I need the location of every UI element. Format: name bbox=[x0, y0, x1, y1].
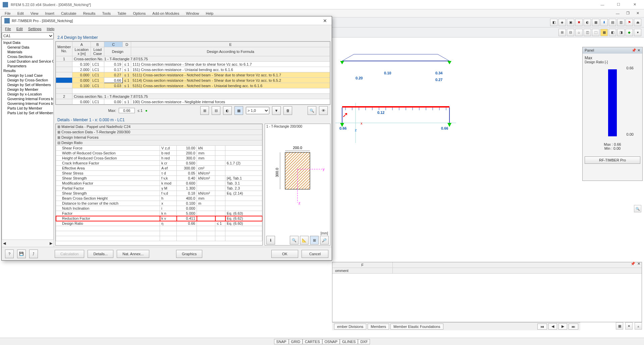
tree-item[interactable]: Design by Member bbox=[3, 87, 53, 92]
status-icon[interactable]: ✦ bbox=[625, 322, 633, 330]
nav-prev-icon[interactable]: ◀ bbox=[548, 323, 557, 330]
case-select[interactable]: CA1 bbox=[2, 32, 54, 39]
tree-item[interactable]: Parts List by Set of Members bbox=[3, 111, 53, 115]
tree-item[interactable]: Cross-Sections bbox=[3, 54, 53, 59]
tree-item[interactable]: Parameters bbox=[3, 64, 53, 68]
view-icon[interactable]: ◐ bbox=[223, 106, 232, 115]
menu-results[interactable]: Results bbox=[80, 10, 99, 16]
tool-icon[interactable]: ◫ bbox=[584, 29, 591, 36]
status-icon[interactable]: ⟁ bbox=[635, 322, 642, 330]
tool-icon[interactable]: ▣ bbox=[567, 19, 574, 26]
tool-icon[interactable]: ◆ bbox=[626, 29, 633, 36]
view-icon[interactable]: ⊟ bbox=[212, 106, 220, 115]
tree-item[interactable]: Design by Set of Members bbox=[3, 82, 53, 87]
nav-tree[interactable]: Input Data General Data Materials Cross-… bbox=[2, 39, 54, 240]
tool-icon[interactable]: ▥ bbox=[617, 19, 625, 26]
menu-file[interactable]: File bbox=[1, 10, 14, 16]
menu-tools[interactable]: Tools bbox=[99, 10, 114, 16]
status-icon[interactable]: ▦ bbox=[616, 322, 623, 330]
tree-item[interactable]: Design by Load Case bbox=[3, 73, 53, 78]
tool-icon[interactable]: ◧ bbox=[550, 19, 557, 26]
tool-icon[interactable]: ◨ bbox=[617, 29, 625, 36]
tool-icon[interactable]: ▦ bbox=[600, 29, 608, 36]
tree-results[interactable]: Results bbox=[3, 68, 53, 73]
eye-icon[interactable]: 👁 bbox=[319, 106, 328, 115]
tool-icon[interactable]: ◐ bbox=[584, 19, 591, 26]
tool-icon[interactable]: ▦ bbox=[592, 19, 599, 26]
ok-button[interactable]: OK bbox=[271, 250, 298, 258]
nat-annex-button[interactable]: Nat. Annex... bbox=[117, 250, 149, 258]
view-icon[interactable]: ⊞ bbox=[200, 106, 209, 115]
module-button[interactable]: RF-TIMBER Pro bbox=[585, 156, 640, 164]
status-osnap[interactable]: OSNAP bbox=[322, 339, 340, 344]
view-icon[interactable]: ▦ bbox=[234, 106, 243, 115]
tree-item[interactable]: Governing Internal Forces by bbox=[3, 96, 53, 101]
menu-table[interactable]: Table bbox=[114, 10, 129, 16]
dmenu-file[interactable]: File bbox=[3, 26, 13, 31]
dmenu-help[interactable]: Help bbox=[45, 26, 56, 31]
menu-help[interactable]: Help bbox=[203, 10, 217, 16]
status-cartes[interactable]: CARTES bbox=[303, 339, 322, 344]
menu-calculate[interactable]: Calculate bbox=[58, 10, 80, 16]
tool-icon[interactable]: ⬚ bbox=[592, 29, 599, 36]
tool-icon[interactable]: ⊞ bbox=[558, 29, 566, 36]
view-icon[interactable]: ⊞ bbox=[310, 236, 319, 245]
menu-window[interactable]: Window bbox=[182, 10, 202, 16]
dmenu-edit[interactable]: Edit bbox=[14, 26, 25, 31]
save-icon[interactable]: 💾 bbox=[17, 250, 26, 258]
mdi-minimize-icon[interactable]: — bbox=[612, 10, 623, 16]
status-grid[interactable]: GRID bbox=[289, 339, 303, 344]
tree-input[interactable]: Input Data bbox=[3, 40, 53, 45]
tool-icon[interactable]: ⬇ bbox=[600, 19, 608, 26]
cancel-button[interactable]: Cancel bbox=[302, 250, 328, 258]
details-grid[interactable]: ⊞ Material Data - Pappel und Nadelholz C… bbox=[55, 124, 263, 246]
tree-item[interactable]: Governing Internal Forces by bbox=[3, 101, 53, 106]
info-icon[interactable]: ℹ bbox=[266, 236, 275, 245]
tree-item[interactable]: Load Duration and Service Cl bbox=[3, 59, 53, 64]
tree-item[interactable]: Design by x-Location bbox=[3, 92, 53, 96]
status-snap[interactable]: SNAP bbox=[274, 339, 289, 344]
maximize-icon[interactable]: ☐ bbox=[612, 1, 625, 8]
tab-members[interactable]: Members bbox=[368, 324, 389, 330]
status-dxf[interactable]: DXF bbox=[358, 339, 370, 344]
filter-select[interactable]: > 1,0 bbox=[246, 107, 269, 114]
menu-view[interactable]: View bbox=[27, 10, 42, 16]
close-icon[interactable]: ✕ bbox=[628, 1, 641, 8]
menu-addon[interactable]: Add-on Modules bbox=[149, 10, 182, 16]
nav-last-icon[interactable]: ⏭ bbox=[569, 324, 578, 330]
filter-icon[interactable]: 🗑 bbox=[283, 106, 292, 115]
menu-options[interactable]: Options bbox=[129, 10, 149, 16]
status-glines[interactable]: GLINES bbox=[340, 339, 358, 344]
help-icon[interactable]: ? bbox=[5, 250, 14, 258]
tool-icon[interactable]: ◧ bbox=[609, 29, 616, 36]
tool-icon[interactable]: ◈ bbox=[558, 19, 566, 26]
mdi-close-icon[interactable]: ✕ bbox=[633, 10, 643, 16]
tree-item[interactable]: Parts List by Member bbox=[3, 106, 53, 111]
design-grid[interactable]: MemberNo.ABCDE Locationx [m]LoadCaseDesi… bbox=[55, 41, 330, 105]
tree-item[interactable]: Materials bbox=[3, 50, 53, 54]
graphics-button[interactable]: Graphics bbox=[176, 250, 202, 258]
magnify-icon[interactable]: 🔍 bbox=[634, 205, 641, 212]
filter-icon[interactable]: ▼ bbox=[272, 106, 281, 115]
mdi-restore-icon[interactable]: ❐ bbox=[623, 10, 633, 16]
tool-icon[interactable]: ⊟ bbox=[567, 29, 574, 36]
tool-icon[interactable]: ▾ bbox=[634, 29, 641, 36]
dmenu-settings[interactable]: Settings bbox=[26, 26, 44, 31]
nav-first-icon[interactable]: ⏮ bbox=[537, 324, 547, 330]
tool-icon[interactable]: ⌂ bbox=[575, 29, 583, 36]
dialog-close-icon[interactable]: ✕ bbox=[321, 18, 329, 23]
tool-icon[interactable]: ✖ bbox=[575, 19, 583, 26]
grid-close-icon[interactable]: ✕ bbox=[637, 262, 640, 266]
tab-foundations[interactable]: Member Elastic Foundations bbox=[390, 324, 443, 330]
export-icon[interactable]: ⤴ bbox=[29, 250, 38, 258]
tool-icon[interactable]: ⏏ bbox=[634, 19, 641, 26]
tree-item[interactable]: General Data bbox=[3, 45, 53, 50]
tab-divisions[interactable]: ember Divisions bbox=[334, 324, 366, 330]
view-icon[interactable]: 🔎 bbox=[320, 236, 329, 245]
grid-pin-icon[interactable]: 📌 bbox=[631, 262, 635, 266]
tool-icon[interactable]: ▤ bbox=[609, 19, 616, 26]
tree-item[interactable]: Design by Cross-Section bbox=[3, 78, 53, 82]
menu-edit[interactable]: Edit bbox=[14, 10, 27, 16]
minimize-icon[interactable]: — bbox=[596, 1, 609, 8]
view-icon[interactable]: 🔍 bbox=[290, 236, 299, 245]
